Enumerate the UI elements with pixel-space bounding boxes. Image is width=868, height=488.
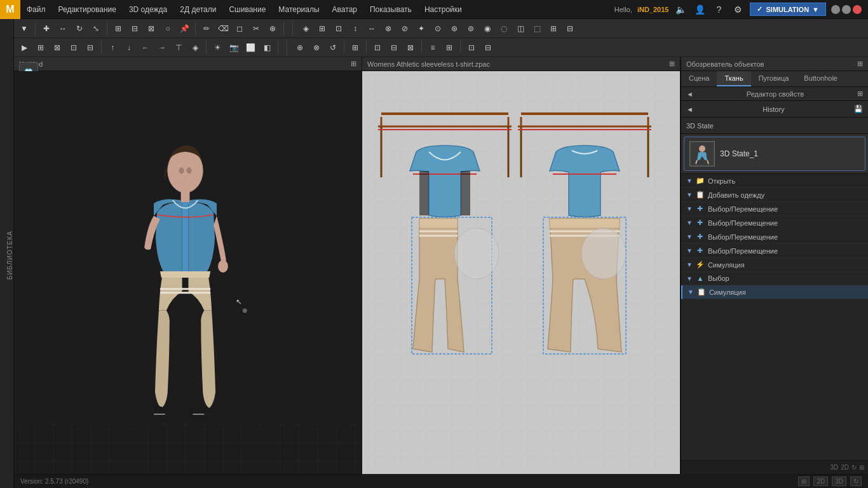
tool-view-top[interactable]: ⊤ bbox=[171, 40, 186, 55]
history-action-2[interactable]: ▼ ✚ Выбор/Перемещение bbox=[681, 202, 868, 216]
tool-2d-11[interactable]: ⊚ bbox=[463, 21, 478, 36]
tool-2d-16[interactable]: ⊞ bbox=[546, 21, 561, 36]
tool-move[interactable]: ↔ bbox=[55, 21, 71, 36]
tool-2dr-7[interactable]: ⊠ bbox=[403, 40, 418, 55]
grid-toggle-icon[interactable]: ⊞ bbox=[859, 464, 864, 471]
tool-2d-12[interactable]: ◉ bbox=[480, 21, 495, 36]
tab-buttonhole[interactable]: Buttonhole bbox=[796, 71, 845, 86]
tool-eraser[interactable]: ⌫ bbox=[215, 21, 231, 36]
tab-fabric[interactable]: Ткань bbox=[717, 71, 750, 86]
tool-view-right[interactable]: → bbox=[154, 40, 170, 55]
tool-scale[interactable]: ⤡ bbox=[88, 21, 104, 36]
close-button[interactable] bbox=[853, 5, 862, 14]
status-btn-1[interactable]: ⊞ bbox=[798, 477, 810, 486]
tool-render[interactable]: ⬜ bbox=[243, 40, 258, 55]
history-action-7[interactable]: ▼ ▲ Выбор bbox=[681, 272, 868, 285]
history-action-3[interactable]: ▼ ✚ Выбор/Перемещение bbox=[681, 216, 868, 230]
tool-view-front[interactable]: ↑ bbox=[105, 40, 120, 55]
menu-3d-clothing[interactable]: 3D одежда bbox=[123, 0, 173, 19]
tool-2d-14[interactable]: ◫ bbox=[513, 21, 528, 36]
tab-button[interactable]: Пуговица bbox=[751, 71, 797, 86]
status-btn-refresh[interactable]: ↻ bbox=[850, 477, 862, 486]
tool-view-persp[interactable]: ◈ bbox=[187, 40, 203, 55]
tool-b3[interactable]: ⊡ bbox=[66, 40, 81, 55]
2d-panel-maximize[interactable]: ⊞ bbox=[669, 60, 675, 68]
tool-segment[interactable]: ⊟ bbox=[127, 21, 142, 36]
history-action-0[interactable]: ▼ 📁 Открыть bbox=[681, 174, 868, 188]
minimize-button[interactable] bbox=[831, 5, 840, 14]
tool-2dr-2[interactable]: ⊗ bbox=[309, 40, 324, 55]
tool-2dr-4[interactable]: ⊞ bbox=[348, 40, 363, 55]
tool-2d-3[interactable]: ⊡ bbox=[331, 21, 346, 36]
sound-icon[interactable]: 🔈 bbox=[674, 3, 688, 17]
tool-2dr-5[interactable]: ⊡ bbox=[370, 40, 385, 55]
tool-2dr-11[interactable]: ⊟ bbox=[480, 40, 496, 55]
3d-panel-maximize[interactable]: ⊞ bbox=[351, 60, 356, 68]
tool-2dr-10[interactable]: ⊡ bbox=[464, 40, 479, 55]
tool-2dr-9[interactable]: ⊞ bbox=[442, 40, 457, 55]
status-btn-3d[interactable]: 3D bbox=[832, 477, 846, 486]
menu-sewing[interactable]: Сшивание bbox=[222, 0, 272, 19]
tool-2d-13[interactable]: ◌ bbox=[496, 21, 512, 36]
history-action-8[interactable]: ▼ 📋 Симуляция bbox=[681, 285, 868, 299]
tool-pin[interactable]: 📌 bbox=[177, 21, 192, 36]
tool-2d-8[interactable]: ✦ bbox=[414, 21, 429, 36]
tool-move2[interactable]: ⊠ bbox=[144, 21, 159, 36]
history-action-4[interactable]: ▼ ✚ Выбор/Перемещение bbox=[681, 230, 868, 244]
3d-viewport-area[interactable]: ↖ ⊕ bbox=[14, 71, 362, 474]
tool-select-down[interactable]: ▼ bbox=[17, 21, 32, 36]
tool-shape[interactable]: ◻ bbox=[232, 21, 247, 36]
view-3d-icon[interactable]: 3D bbox=[830, 464, 838, 471]
3d-state-item[interactable]: 3D State_1 bbox=[684, 137, 865, 171]
tool-b1[interactable]: ⊞ bbox=[33, 40, 48, 55]
2d-viewport-area[interactable] bbox=[362, 71, 680, 474]
tool-rotate[interactable]: ↻ bbox=[72, 21, 87, 36]
library-label[interactable]: БИБЛИОТЕКА bbox=[6, 226, 13, 285]
menu-settings[interactable]: Настройки bbox=[418, 0, 468, 19]
tool-2d-2[interactable]: ⊞ bbox=[315, 21, 330, 36]
menu-avatar[interactable]: Аватар bbox=[326, 0, 363, 19]
tool-2dr-8[interactable]: ≡ bbox=[425, 40, 440, 55]
tool-scissors[interactable]: ✂ bbox=[248, 21, 264, 36]
tool-2d-5[interactable]: ↔ bbox=[364, 21, 379, 36]
settings-icon[interactable]: ⚙ bbox=[731, 3, 745, 17]
tool-view-back[interactable]: ↓ bbox=[121, 40, 137, 55]
tool-2dr-1[interactable]: ⊕ bbox=[292, 40, 308, 55]
help-icon[interactable]: ? bbox=[712, 3, 726, 17]
tool-camera[interactable]: 📷 bbox=[226, 40, 241, 55]
tool-b4[interactable]: ⊟ bbox=[83, 40, 98, 55]
tool-pen[interactable]: ✏ bbox=[199, 21, 214, 36]
tool-view-left[interactable]: ← bbox=[138, 40, 153, 55]
tool-light[interactable]: ☀ bbox=[210, 40, 225, 55]
tool-2d-7[interactable]: ⊘ bbox=[397, 21, 412, 36]
menu-edit[interactable]: Редактирование bbox=[52, 0, 123, 19]
menu-2d-details[interactable]: 2Д детали bbox=[173, 0, 222, 19]
tool-2d-10[interactable]: ⊛ bbox=[447, 21, 462, 36]
menu-show[interactable]: Показывать bbox=[363, 0, 418, 19]
history-action-5[interactable]: ▼ ✚ Выбор/Перемещение bbox=[681, 244, 868, 258]
tool-2dr-6[interactable]: ⊟ bbox=[386, 40, 402, 55]
tool-weld[interactable]: ⊕ bbox=[265, 21, 280, 36]
tool-3d-select[interactable]: ⊞ bbox=[111, 21, 126, 36]
menu-file[interactable]: Файл bbox=[20, 0, 52, 19]
view-2d-icon[interactable]: 2D bbox=[841, 464, 849, 471]
refresh-icon[interactable]: ↻ bbox=[851, 464, 857, 471]
tool-2d-4[interactable]: ↕ bbox=[348, 21, 363, 36]
tool-2d-9[interactable]: ⊙ bbox=[430, 21, 445, 36]
tool-lasso[interactable]: ○ bbox=[160, 21, 175, 36]
tool-play[interactable]: ▶ bbox=[17, 40, 32, 55]
tool-add[interactable]: ✚ bbox=[39, 21, 54, 36]
tool-material[interactable]: ◧ bbox=[259, 40, 275, 55]
object-browser-maximize[interactable]: ⊞ bbox=[857, 60, 863, 68]
properties-expand[interactable]: ⊞ bbox=[857, 90, 863, 98]
tool-2d-17[interactable]: ⊟ bbox=[562, 21, 578, 36]
tab-scene[interactable]: Сцена bbox=[681, 71, 717, 86]
tool-2d-15[interactable]: ⬚ bbox=[529, 21, 545, 36]
history-action-6[interactable]: ▼ ⚡ Симуляция bbox=[681, 258, 868, 272]
user-icon[interactable]: 👤 bbox=[693, 3, 707, 17]
menu-materials[interactable]: Материалы bbox=[272, 0, 325, 19]
status-btn-2d[interactable]: 2D bbox=[813, 477, 828, 486]
simulation-button[interactable]: ✓ SIMULATION ▼ bbox=[750, 3, 826, 16]
tool-2d-6[interactable]: ⊗ bbox=[381, 21, 396, 36]
tool-b2[interactable]: ⊠ bbox=[50, 40, 65, 55]
